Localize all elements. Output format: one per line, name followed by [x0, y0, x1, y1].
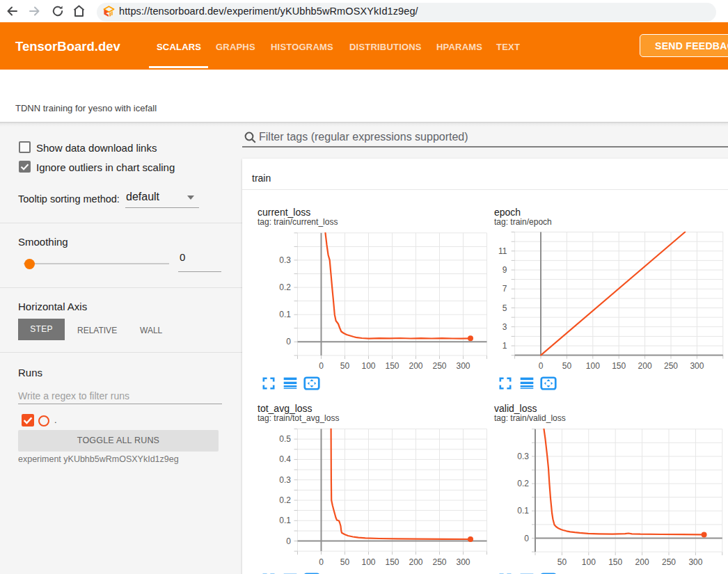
svg-text:0.2: 0.2 [279, 282, 291, 292]
svg-text:100: 100 [361, 361, 375, 371]
svg-text:100: 100 [586, 361, 600, 371]
svg-text:50: 50 [562, 361, 572, 371]
svg-text:150: 150 [608, 557, 622, 567]
svg-text:200: 200 [409, 361, 422, 371]
svg-text:11: 11 [498, 246, 507, 256]
svg-text:250: 250 [432, 557, 446, 567]
svg-text:150: 150 [385, 361, 399, 371]
svg-text:200: 200 [635, 557, 649, 567]
svg-text:250: 250 [662, 557, 676, 567]
svg-text:0.3: 0.3 [517, 452, 529, 461]
svg-text:300: 300 [690, 361, 704, 371]
svg-text:0.1: 0.1 [279, 310, 291, 319]
svg-text:0: 0 [539, 361, 544, 371]
svg-text:7: 7 [503, 284, 507, 294]
svg-text:0.3: 0.3 [279, 255, 291, 265]
svg-text:100: 100 [582, 557, 596, 567]
svg-text:0: 0 [524, 534, 529, 543]
svg-text:100: 100 [361, 557, 375, 567]
svg-text:0.1: 0.1 [279, 516, 291, 525]
svg-text:0.4: 0.4 [279, 454, 291, 464]
svg-text:300: 300 [688, 557, 702, 567]
svg-text:0: 0 [286, 337, 291, 346]
svg-text:0.3: 0.3 [279, 475, 291, 485]
svg-text:9: 9 [503, 265, 507, 275]
svg-text:0: 0 [319, 361, 324, 371]
svg-text:300: 300 [456, 361, 470, 371]
svg-text:250: 250 [432, 361, 446, 371]
svg-text:0.2: 0.2 [517, 479, 529, 488]
svg-text:300: 300 [456, 557, 470, 567]
svg-text:0: 0 [286, 536, 291, 546]
svg-text:0.2: 0.2 [279, 495, 291, 505]
svg-text:3: 3 [503, 322, 507, 332]
svg-text:0: 0 [319, 557, 324, 567]
svg-text:0.5: 0.5 [279, 434, 291, 444]
svg-text:5: 5 [503, 303, 507, 313]
svg-text:150: 150 [612, 361, 626, 371]
svg-text:250: 250 [664, 361, 678, 371]
svg-text:1: 1 [503, 341, 507, 351]
svg-text:50: 50 [557, 557, 567, 567]
svg-text:0.1: 0.1 [517, 506, 529, 516]
svg-text:200: 200 [409, 557, 422, 567]
svg-text:50: 50 [340, 557, 350, 567]
svg-text:200: 200 [638, 361, 652, 371]
svg-text:150: 150 [385, 557, 399, 567]
svg-text:50: 50 [340, 361, 350, 371]
